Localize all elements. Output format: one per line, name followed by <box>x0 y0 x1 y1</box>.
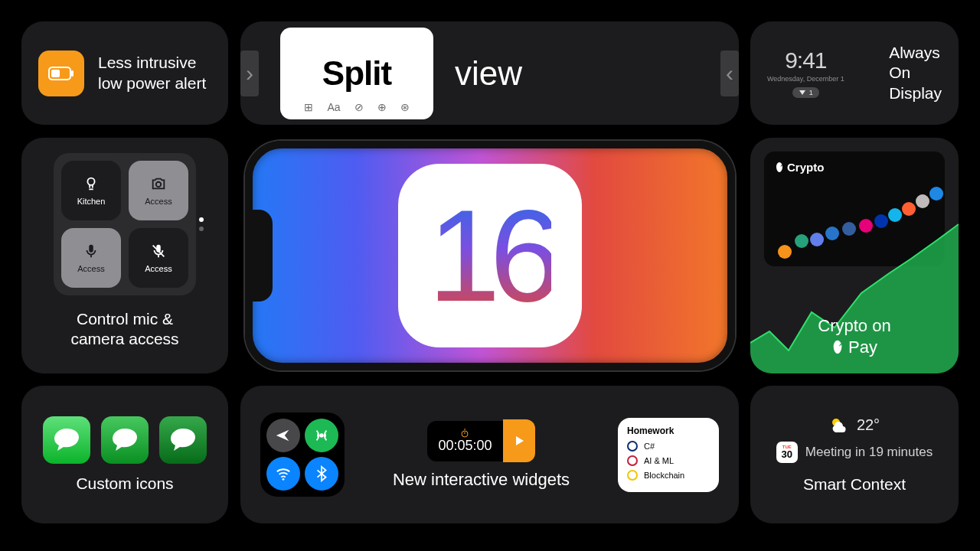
chevron-right-icon[interactable]: › <box>240 51 259 96</box>
messages-icon[interactable] <box>159 416 207 464</box>
aod-date: Wednesday, December 1 <box>767 75 844 83</box>
tile-low-power[interactable]: Less intrusive low power alert <box>21 21 228 125</box>
control-label: Control mic & camera access <box>70 309 178 350</box>
apple-icon <box>831 340 844 355</box>
play-button[interactable] <box>503 419 535 462</box>
clock-icon: ⊘ <box>354 101 364 113</box>
aod-preview: 9:41 Wednesday, December 1 1 <box>767 47 844 99</box>
homework-item[interactable]: C# <box>627 441 710 452</box>
temperature: 22° <box>857 416 880 434</box>
antenna-toggle[interactable] <box>305 419 338 452</box>
crypto-coin <box>902 202 916 216</box>
tile-iphone: 16 <box>240 138 739 373</box>
battery-icon <box>38 51 84 96</box>
homework-item[interactable]: AI & ML <box>627 455 710 466</box>
svg-point-3 <box>87 178 94 185</box>
tile-split-view[interactable]: › Split ⊞ Aa ⊘ ⊕ ⊛ view ‹ <box>240 21 739 125</box>
tile-always-on-display[interactable]: 9:41 Wednesday, December 1 1 Always On D… <box>750 21 959 125</box>
control-center-grid: Kitchen Access Access Access <box>54 153 196 295</box>
svg-rect-5 <box>89 245 93 253</box>
messages-icon[interactable] <box>43 416 90 464</box>
grid-icon: ⊞ <box>304 101 313 113</box>
crypto-label: Crypto on Pay <box>750 315 959 360</box>
airplane-toggle[interactable] <box>266 419 300 452</box>
notch <box>251 210 273 302</box>
homework-widget[interactable]: Homework C#AI & MLBlockchain <box>618 418 719 492</box>
bluetooth-toggle[interactable] <box>305 457 338 491</box>
marker-icon: ⊛ <box>400 101 410 113</box>
plus-icon: ⊕ <box>377 101 387 113</box>
iphone-frame: 16 <box>245 141 735 370</box>
weather-icon <box>829 416 849 433</box>
messages-icon[interactable] <box>101 416 149 464</box>
crypto-coin <box>916 194 929 208</box>
smart-context-label: Smart Context <box>803 475 906 494</box>
tile-control-access[interactable]: Kitchen Access Access Access Control mic… <box>21 138 228 373</box>
page-dots <box>199 217 204 231</box>
svg-rect-2 <box>51 70 60 77</box>
event-row: TUE 30 Meeting in 19 minutes <box>776 442 933 463</box>
custom-icon-row <box>43 416 207 464</box>
split-toolbar: ⊞ Aa ⊘ ⊕ ⊛ <box>304 101 409 113</box>
text-icon: Aa <box>327 101 340 113</box>
aod-notification-pill: 1 <box>792 87 819 98</box>
ios-number: 16 <box>428 191 551 321</box>
wifi-toggle[interactable] <box>266 457 300 491</box>
split-word: Split <box>322 54 391 93</box>
svg-point-8 <box>319 433 324 438</box>
cc-mic-access[interactable]: Access <box>61 228 121 288</box>
split-view-label: view <box>455 54 522 93</box>
timer-value: 00:05:00 <box>438 438 492 454</box>
widgets-label: New interactive widgets <box>393 470 570 490</box>
ios-version-tile: 16 <box>398 164 582 347</box>
homework-item[interactable]: Blockchain <box>627 470 710 481</box>
tile-custom-icons[interactable]: Custom icons <box>21 386 228 523</box>
svg-point-4 <box>156 182 161 187</box>
event-text: Meeting in 19 minutes <box>805 445 933 460</box>
calendar-icon: TUE 30 <box>776 442 798 463</box>
crypto-title: Crypto <box>775 161 934 174</box>
tile-interactive-widgets[interactable]: 00:05:00 New interactive widgets Homewor… <box>240 386 739 523</box>
weather-row: 22° <box>829 416 880 434</box>
low-power-label: Less intrusive low power alert <box>98 53 206 93</box>
aod-label: Always On Display <box>889 43 942 103</box>
stopwatch-icon <box>460 429 469 438</box>
custom-icons-label: Custom icons <box>76 474 173 493</box>
split-card: Split ⊞ Aa ⊘ ⊕ ⊛ <box>280 28 433 119</box>
svg-point-9 <box>283 478 285 481</box>
homework-title: Homework <box>627 425 710 436</box>
svg-rect-1 <box>71 70 74 77</box>
cc-kitchen[interactable]: Kitchen <box>61 161 121 220</box>
chevron-left-icon[interactable]: ‹ <box>720 51 739 96</box>
cc-mic-off[interactable]: Access <box>129 228 188 288</box>
toggle-widget[interactable] <box>260 412 345 497</box>
cc-camera-access[interactable]: Access <box>129 161 188 220</box>
tile-crypto-pay[interactable]: Crypto Crypto on Pay <box>750 138 959 373</box>
tile-smart-context[interactable]: 22° TUE 30 Meeting in 19 minutes Smart C… <box>750 386 959 523</box>
timer-widget[interactable]: 00:05:00 <box>427 419 534 462</box>
aod-time: 9:41 <box>767 47 844 73</box>
crypto-coin <box>929 187 943 201</box>
